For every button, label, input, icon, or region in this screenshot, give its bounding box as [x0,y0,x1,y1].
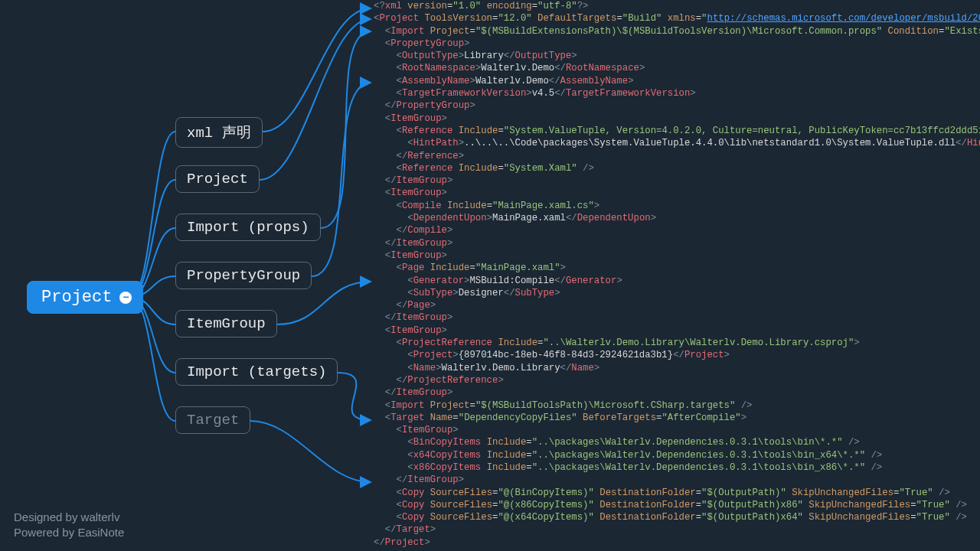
credits: Designed by walterlv Powered by EasiNote [14,510,124,541]
child-node-3[interactable]: PropertyGroup [175,262,312,289]
child-node-4[interactable]: ItemGroup [175,310,277,337]
collapse-icon[interactable]: − [119,292,132,304]
child-node-2[interactable]: Import (props) [175,214,321,241]
credits-line2: Powered by EasiNote [14,525,124,540]
credits-line1: Designed by walterlv [14,510,124,525]
child-node-6[interactable]: Target [175,406,250,434]
xml-code-block: <?xml version="1.0" encoding="utf-8"?> <… [374,0,980,549]
child-node-1[interactable]: Project [175,165,260,193]
child-node-0[interactable]: xml 声明 [175,117,263,148]
root-label: Project [41,288,112,307]
child-node-5[interactable]: Import (targets) [175,358,338,386]
root-node-project[interactable]: Project − [27,281,143,314]
